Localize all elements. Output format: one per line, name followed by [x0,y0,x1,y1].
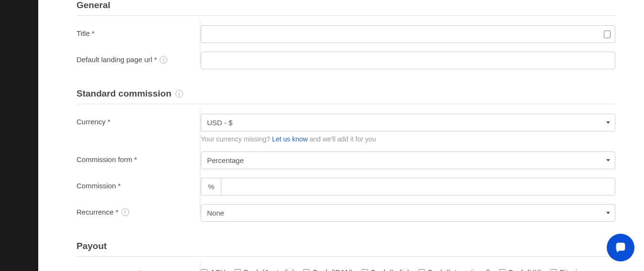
section-general: General Title * Default landing page url… [76,0,615,69]
let-us-know-link[interactable]: Let us know [272,135,308,143]
landing-url-input[interactable] [201,52,615,69]
info-icon[interactable]: i [175,90,183,98]
payout-method-item[interactable]: Bank (International) [418,268,491,271]
section-heading-commission: Standard commission [76,88,172,99]
section-heading-general: General [76,0,615,11]
currency-help-text: Your currency missing? Let us know and w… [201,135,615,143]
contact-card-icon [604,31,611,38]
label-commission: Commission * [76,178,201,190]
label-landing-url: Default landing page url * [76,55,157,64]
row-payout-methods: Payout methods * i ACHBank (Australia)Ba… [76,266,615,271]
payout-method-label: Bank (India) [371,268,410,271]
payout-method-checkbox[interactable] [303,269,310,271]
payout-method-checkbox[interactable] [201,269,207,271]
row-title: Title * [76,25,615,43]
section-payout: Payout Payout methods * i ACHBank (Austr… [76,241,615,271]
label-currency: Currency * [76,114,201,126]
divider [76,256,615,257]
payout-method-label: Bank (UK) [509,268,542,271]
payout-method-item[interactable]: Bank (India) [361,268,410,271]
row-commission: Commission * % [76,178,615,195]
section-heading-payout: Payout [76,241,615,251]
payout-method-checkbox[interactable] [234,269,241,271]
payout-method-label: Bitcoin [560,268,581,271]
payout-method-item[interactable]: Bitcoin [550,268,581,271]
info-icon[interactable]: i [121,208,129,216]
title-input[interactable] [201,25,615,43]
payout-method-checkbox[interactable] [418,269,425,271]
label-title: Title * [76,25,201,37]
currency-select[interactable]: USD - $ [201,114,615,131]
main-content: General Title * Default landing page url… [38,0,644,271]
chat-widget-button[interactable] [607,234,634,261]
payout-method-checkbox[interactable] [499,269,506,271]
commission-input[interactable] [221,178,615,195]
payout-method-label: Bank (IBAN) [313,268,352,271]
payout-methods-group: ACHBank (Australia)Bank (IBAN)Bank (Indi… [201,266,615,271]
sidebar: Support hb [0,0,38,271]
recurrence-select[interactable]: None [201,204,615,222]
divider [76,15,615,16]
chat-icon [613,240,628,255]
row-currency: Currency * USD - $ Your currency missing… [76,114,615,143]
commission-addon: % [201,178,221,195]
payout-method-checkbox[interactable] [550,269,557,271]
row-commission-form: Commission form * Percentage [76,152,615,169]
payout-method-item[interactable]: ACH [201,268,226,271]
divider [76,104,615,104]
payout-method-item[interactable]: Bank (Australia) [234,268,295,271]
payout-method-item[interactable]: Bank (UK) [499,268,542,271]
label-recurrence: Recurrence * [76,208,119,216]
info-icon[interactable]: i [160,56,167,64]
payout-method-label: Bank (Australia) [244,268,295,271]
payout-method-checkbox[interactable] [361,269,368,271]
label-commission-form: Commission form * [76,152,201,163]
section-commission: Standard commission i Currency * USD - $… [76,88,615,222]
row-recurrence: Recurrence * i None [76,204,615,222]
payout-method-label: ACH [210,268,226,271]
payout-method-item[interactable]: Bank (IBAN) [303,268,352,271]
row-landing-url: Default landing page url * i [76,52,615,69]
payout-method-label: Bank (International) [428,268,491,271]
commission-form-select[interactable]: Percentage [201,152,615,169]
